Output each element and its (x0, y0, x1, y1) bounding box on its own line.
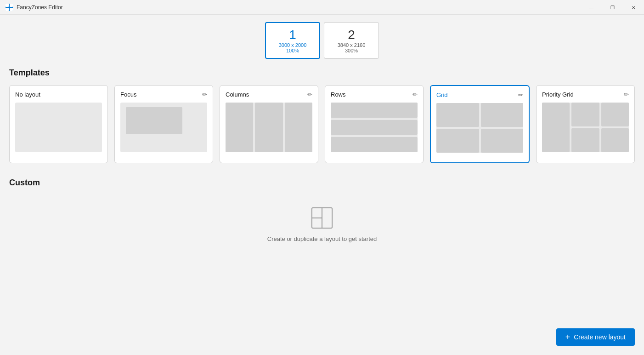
priority-big-zone (542, 103, 570, 152)
template-rows[interactable]: Rows ✏ (325, 85, 424, 163)
priority-small-2 (601, 103, 629, 126)
monitor-2-scale: 300% (345, 48, 358, 53)
card-header-columns: Columns ✏ (226, 91, 312, 98)
main-content: Templates No layout Focus ✏ (0, 68, 644, 242)
focus-preview-box (120, 103, 207, 152)
svg-rect-0 (6, 4, 9, 7)
custom-empty-state: Create or duplicate a layout to get star… (9, 206, 635, 242)
template-focus-title: Focus (120, 91, 136, 98)
template-grid-title: Grid (436, 92, 448, 98)
minimize-button[interactable]: — (581, 0, 602, 15)
template-grid[interactable]: Grid ✏ (430, 85, 530, 163)
rows-edit-icon[interactable]: ✏ (412, 91, 418, 98)
create-button-label: Create new layout (574, 333, 626, 341)
svg-rect-2 (6, 8, 9, 11)
col-1 (226, 103, 253, 152)
row-1 (331, 103, 418, 118)
custom-empty-hint: Create or duplicate a layout to get star… (267, 235, 377, 242)
template-focus[interactable]: Focus ✏ (114, 85, 213, 163)
template-grid-preview (436, 103, 523, 153)
grid-cell-1 (436, 103, 479, 127)
title-bar: FancyZones Editor — ❐ ✕ (0, 0, 644, 15)
col-3 (285, 103, 312, 152)
app-title: FancyZones Editor (17, 4, 63, 11)
template-priority-grid-title: Priority Grid (542, 91, 574, 98)
template-no-layout-preview (15, 103, 102, 152)
monitor-1-number: 1 (289, 28, 296, 42)
monitor-2-resolution: 3840 x 2160 (338, 42, 366, 48)
row-3 (331, 137, 418, 152)
grid-preview-box (436, 103, 523, 153)
plus-icon: + (565, 333, 571, 341)
grid-cell-2 (481, 103, 524, 127)
card-header-focus: Focus ✏ (120, 91, 207, 98)
templates-section-title: Templates (9, 68, 635, 78)
priority-small-1 (571, 103, 599, 126)
template-no-layout[interactable]: No layout (9, 85, 108, 163)
monitor-2-number: 2 (348, 28, 355, 42)
template-priority-grid[interactable]: Priority Grid ✏ (536, 85, 635, 163)
columns-preview-box (226, 103, 312, 152)
maximize-button[interactable]: ❐ (602, 0, 623, 15)
card-header-no-layout: No layout (15, 91, 102, 98)
template-no-layout-title: No layout (15, 91, 40, 98)
window-controls: — ❐ ✕ (581, 0, 644, 15)
columns-edit-icon[interactable]: ✏ (307, 91, 312, 98)
template-focus-preview (120, 103, 207, 152)
grid-cell-3 (436, 129, 479, 153)
focus-edit-icon[interactable]: ✏ (202, 91, 207, 98)
grid-cell-4 (481, 129, 524, 153)
grid-edit-icon[interactable]: ✏ (518, 92, 523, 98)
template-columns-title: Columns (226, 91, 249, 98)
row-2 (331, 120, 418, 135)
card-header-priority-grid: Priority Grid ✏ (542, 91, 629, 98)
create-new-layout-button[interactable]: + Create new layout (556, 328, 635, 346)
template-rows-title: Rows (331, 91, 346, 98)
templates-row: No layout Focus ✏ Columns ✏ (9, 85, 635, 163)
priority-small-4 (601, 128, 629, 152)
monitor-1-resolution: 3000 x 2000 (279, 42, 307, 48)
priority-grid-edit-icon[interactable]: ✏ (624, 91, 629, 98)
no-layout-preview-box (15, 103, 102, 152)
close-button[interactable]: ✕ (623, 0, 644, 15)
monitor-selector: 1 3000 x 2000 100% 2 3840 x 2160 300% (0, 15, 644, 68)
svg-rect-3 (10, 8, 13, 11)
template-priority-grid-preview (542, 103, 629, 152)
priority-small-3 (571, 128, 599, 152)
focus-main-zone (126, 107, 182, 134)
card-header-grid: Grid ✏ (436, 92, 523, 98)
monitor-2[interactable]: 2 3840 x 2160 300% (324, 22, 379, 59)
monitor-1-scale: 100% (286, 48, 299, 53)
card-header-rows: Rows ✏ (331, 91, 418, 98)
app-icon (6, 4, 13, 11)
monitor-1[interactable]: 1 3000 x 2000 100% (265, 22, 320, 59)
rows-preview-box (331, 103, 418, 152)
template-rows-preview (331, 103, 418, 152)
custom-section-title: Custom (9, 178, 635, 188)
template-columns[interactable]: Columns ✏ (220, 85, 318, 163)
template-columns-preview (226, 103, 312, 152)
col-2 (255, 103, 282, 152)
priority-grid-preview-box (542, 103, 629, 152)
custom-layout-icon (310, 206, 334, 230)
svg-rect-1 (10, 4, 13, 7)
